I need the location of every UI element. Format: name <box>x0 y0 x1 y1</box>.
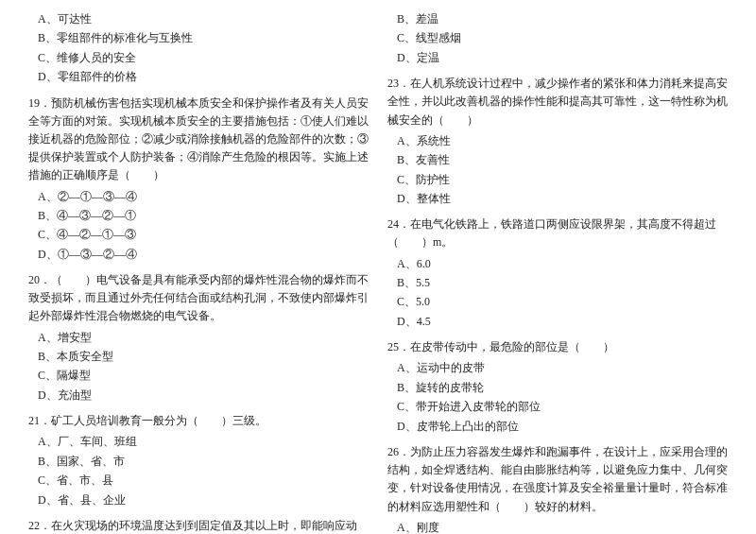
q23-options: A、系统性 B、友善性 C、防护性 D、整体性 <box>397 131 728 209</box>
q21-option-b: B、国家、省、市 <box>38 452 369 471</box>
q24-text: 24．在电气化铁路上，铁路道口两侧应设限界架，其高度不得超过（ ）m。 <box>387 215 728 251</box>
right-column: B、差温 C、线型感烟 D、定温 23．在人机系统设计过程中，减少操作者的紧张和… <box>387 9 728 534</box>
q22-option-d: D、定温 <box>397 48 728 67</box>
q25-text: 25．在皮带传动中，最危险的部位是（ ） <box>387 338 728 356</box>
q21-text: 21．矿工人员培训教育一般分为（ ）三级。 <box>28 412 369 430</box>
q21-option-c: C、省、市、县 <box>38 471 369 490</box>
q23-text: 23．在人机系统设计过程中，减少操作者的紧张和体力消耗来提高安全性，并以此改善机… <box>387 75 728 129</box>
q26-options: A、刚度 B、强性 C、韧性 D、应力 <box>397 518 728 534</box>
q19-option-a: A、②—①—③—④ <box>38 187 369 206</box>
q24-block: 24．在电气化铁路上，铁路道口两侧应设限界架，其高度不得超过（ ）m。 A、6.… <box>387 215 728 331</box>
q22-text: 22．在火灾现场的环境温度达到到固定值及其以上时，即能响应动作，发出报警信号的火… <box>28 517 369 534</box>
q20-options: A、增安型 B、本质安全型 C、隔爆型 D、充油型 <box>38 328 369 405</box>
q19-options: A、②—①—③—④ B、④—③—②—① C、④—②—①—③ D、①—③—②—④ <box>38 187 369 265</box>
q20-option-d: D、充油型 <box>38 386 369 405</box>
q18-option-b: B、零组部件的标准化与互换性 <box>38 28 369 47</box>
q24-options: A、6.0 B、5.5 C、5.0 D、4.5 <box>397 254 728 332</box>
q25-option-c: C、带开始进入皮带轮的部位 <box>397 397 728 416</box>
q22-option-b: B、差温 <box>397 9 728 28</box>
q24-option-b: B、5.5 <box>397 273 728 292</box>
q20-text: 20．（ ）电气设备是具有能承受内部的爆炸性混合物的爆炸而不致受损坏，而且通过外… <box>28 271 369 326</box>
q23-option-b: B、友善性 <box>397 150 728 169</box>
q26-block: 26．为防止压力容器发生爆炸和跑漏事件，在设计上，应采用合理的结构，如全焊透结构… <box>387 443 728 534</box>
q18-option-a: A、可达性 <box>38 9 369 28</box>
q25-option-b: B、旋转的皮带轮 <box>397 378 728 397</box>
q24-option-a: A、6.0 <box>397 254 728 273</box>
q19-option-d: D、①—③—②—④ <box>38 245 369 264</box>
q22-cont-block: B、差温 C、线型感烟 D、定温 <box>387 9 728 67</box>
q23-option-d: D、整体性 <box>397 189 728 208</box>
q22-block: 22．在火灾现场的环境温度达到到固定值及其以上时，即能响应动作，发出报警信号的火… <box>28 517 369 534</box>
q23-option-a: A、系统性 <box>397 131 728 150</box>
q24-option-d: D、4.5 <box>397 312 728 331</box>
q19-block: 19．预防机械伤害包括实现机械本质安全和保护操作者及有关人员安全等方面的对策。实… <box>28 95 369 265</box>
q25-options: A、运动中的皮带 B、旋转的皮带轮 C、带开始进入皮带轮的部位 D、皮带轮上凸出… <box>397 358 728 436</box>
q26-text: 26．为防止压力容器发生爆炸和跑漏事件，在设计上，应采用合理的结构，如全焊透结构… <box>387 443 728 516</box>
q25-block: 25．在皮带传动中，最危险的部位是（ ） A、运动中的皮带 B、旋转的皮带轮 C… <box>387 338 728 436</box>
q21-option-a: A、厂、车间、班组 <box>38 432 369 451</box>
q26-option-a: A、刚度 <box>397 518 728 534</box>
q25-option-a: A、运动中的皮带 <box>397 358 728 377</box>
q21-block: 21．矿工人员培训教育一般分为（ ）三级。 A、厂、车间、班组 B、国家、省、市… <box>28 412 369 509</box>
q22-option-c: C、线型感烟 <box>397 28 728 47</box>
q21-options: A、厂、车间、班组 B、国家、省、市 C、省、市、县 D、省、县、企业 <box>38 432 369 509</box>
q23-block: 23．在人机系统设计过程中，减少操作者的紧张和体力消耗来提高安全性，并以此改善机… <box>387 75 728 208</box>
q20-option-c: C、隔爆型 <box>38 366 369 385</box>
q18-options-block: A、可达性 B、零组部件的标准化与互换性 C、维修人员的安全 D、零组部件的价格 <box>28 9 369 87</box>
q20-block: 20．（ ）电气设备是具有能承受内部的爆炸性混合物的爆炸而不致受损坏，而且通过外… <box>28 271 369 405</box>
q18-options: A、可达性 B、零组部件的标准化与互换性 C、维修人员的安全 D、零组部件的价格 <box>38 9 369 87</box>
q18-option-c: C、维修人员的安全 <box>38 48 369 67</box>
q24-option-c: C、5.0 <box>397 292 728 311</box>
q18-option-d: D、零组部件的价格 <box>38 67 369 86</box>
q19-option-b: B、④—③—②—① <box>38 206 369 225</box>
q19-option-c: C、④—②—①—③ <box>38 225 369 244</box>
left-column: A、可达性 B、零组部件的标准化与互换性 C、维修人员的安全 D、零组部件的价格… <box>28 9 369 534</box>
q20-option-a: A、增安型 <box>38 328 369 347</box>
q21-option-d: D、省、县、企业 <box>38 491 369 509</box>
q20-option-b: B、本质安全型 <box>38 347 369 366</box>
q22-cont-options: B、差温 C、线型感烟 D、定温 <box>397 9 728 67</box>
q19-text: 19．预防机械伤害包括实现机械本质安全和保护操作者及有关人员安全等方面的对策。实… <box>28 95 369 185</box>
q23-option-c: C、防护性 <box>397 170 728 189</box>
q25-option-d: D、皮带轮上凸出的部位 <box>397 417 728 436</box>
